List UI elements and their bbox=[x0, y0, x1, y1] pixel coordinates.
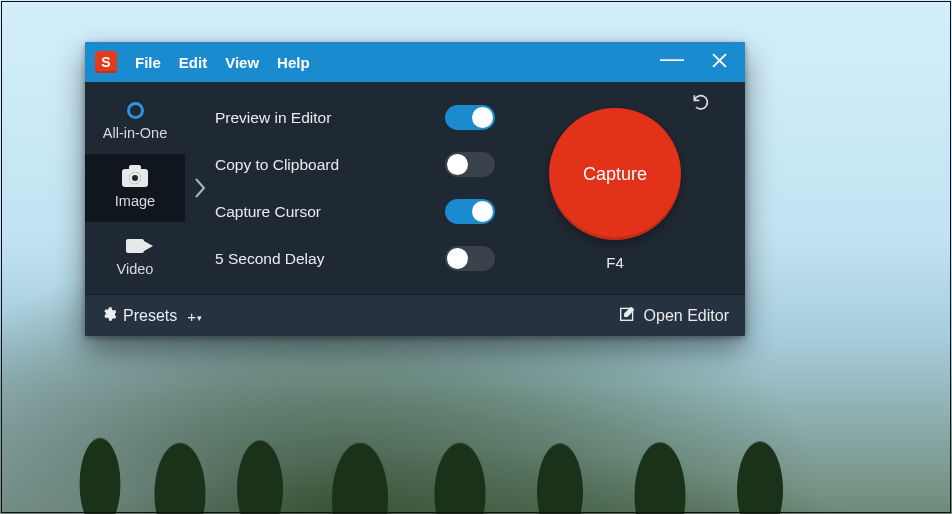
toggle-copy-to-clipboard[interactable] bbox=[445, 152, 495, 177]
capture-button-label: Capture bbox=[583, 164, 647, 185]
toggle-preview-in-editor[interactable] bbox=[445, 105, 495, 130]
capture-area: Capture F4 bbox=[505, 82, 725, 294]
wallpaper-trees bbox=[0, 364, 952, 514]
capture-options: Preview in Editor Copy to Clipboard Capt… bbox=[215, 82, 505, 294]
menu-view[interactable]: View bbox=[225, 54, 259, 71]
mode-image-label: Image bbox=[115, 193, 155, 209]
open-editor-button[interactable]: Open Editor bbox=[619, 305, 729, 326]
chevron-right-icon bbox=[185, 82, 215, 294]
app-logo-letter: S bbox=[101, 54, 110, 70]
mode-all-in-one-label: All-in-One bbox=[103, 125, 167, 141]
option-capture-cursor: Capture Cursor bbox=[215, 199, 495, 224]
toggle-capture-cursor[interactable] bbox=[445, 199, 495, 224]
mode-video[interactable]: Video bbox=[85, 222, 185, 290]
option-copy-to-clipboard: Copy to Clipboard bbox=[215, 152, 495, 177]
option-delay: 5 Second Delay bbox=[215, 246, 495, 271]
open-editor-label: Open Editor bbox=[644, 307, 729, 325]
option-delay-label: 5 Second Delay bbox=[215, 250, 324, 268]
presets-button[interactable]: Presets bbox=[123, 307, 177, 325]
window-body: All-in-One Image Video Preview in Editor… bbox=[85, 82, 745, 294]
snagit-capture-window: S File Edit View Help — All-in-One Image bbox=[85, 42, 745, 336]
mode-all-in-one[interactable]: All-in-One bbox=[85, 86, 185, 154]
open-editor-icon bbox=[619, 305, 636, 326]
plus-icon: + bbox=[187, 308, 196, 325]
menu-file[interactable]: File bbox=[135, 54, 161, 71]
camera-icon bbox=[122, 167, 148, 189]
all-in-one-icon bbox=[127, 99, 144, 121]
close-button[interactable] bbox=[712, 53, 727, 72]
add-preset-button[interactable]: +▾ bbox=[187, 308, 201, 325]
titlebar[interactable]: S File Edit View Help — bbox=[85, 42, 745, 82]
option-clipboard-label: Copy to Clipboard bbox=[215, 156, 339, 174]
toggle-5-second-delay[interactable] bbox=[445, 246, 495, 271]
footer: Presets +▾ Open Editor bbox=[85, 294, 745, 336]
option-cursor-label: Capture Cursor bbox=[215, 203, 321, 221]
menubar: File Edit View Help bbox=[135, 54, 310, 71]
mode-tabs: All-in-One Image Video bbox=[85, 82, 185, 294]
mode-image[interactable]: Image bbox=[85, 154, 185, 222]
undo-icon[interactable] bbox=[691, 92, 711, 116]
gear-icon[interactable] bbox=[101, 306, 117, 326]
app-logo: S bbox=[95, 51, 117, 73]
option-preview-in-editor: Preview in Editor bbox=[215, 105, 495, 130]
mode-video-label: Video bbox=[117, 261, 154, 277]
option-preview-label: Preview in Editor bbox=[215, 109, 331, 127]
window-controls: — bbox=[660, 53, 737, 72]
menu-edit[interactable]: Edit bbox=[179, 54, 207, 71]
menu-help[interactable]: Help bbox=[277, 54, 310, 71]
capture-button[interactable]: Capture bbox=[549, 108, 681, 240]
video-camera-icon bbox=[126, 235, 144, 257]
capture-hotkey-label: F4 bbox=[606, 254, 624, 271]
